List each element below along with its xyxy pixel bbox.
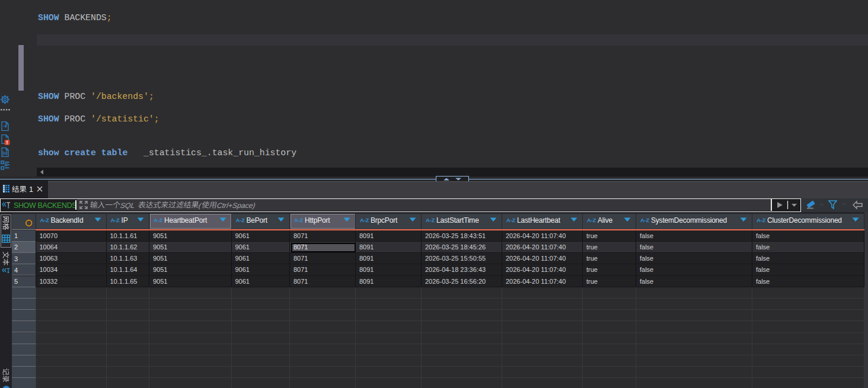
svg-text:1: 1	[29, 185, 33, 194]
svg-text:SQL: SQL	[120, 201, 136, 210]
svg-text:(: (	[198, 201, 203, 210]
svg-text:Ctrl+Space): Ctrl+Space)	[216, 201, 256, 210]
